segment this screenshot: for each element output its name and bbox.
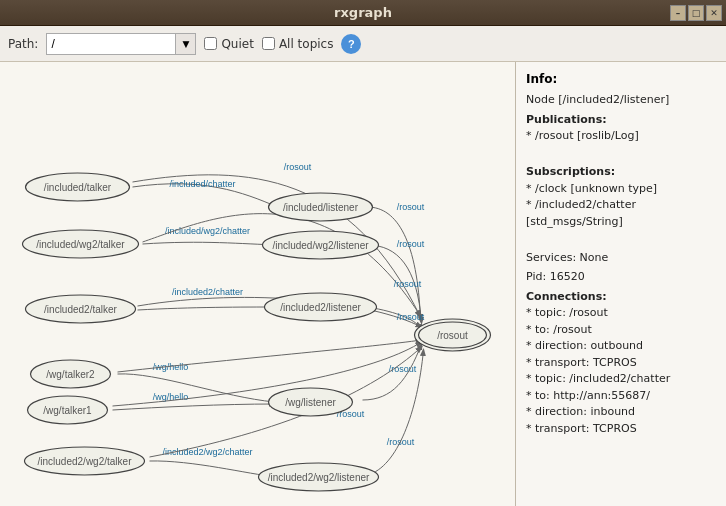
svg-text:/wg/hello: /wg/hello [153,362,189,372]
path-input[interactable] [46,33,176,55]
svg-text:/rosout: /rosout [284,162,312,172]
window-title: rxgraph [334,5,392,20]
svg-text:/included2/chatter: /included2/chatter [172,287,243,297]
svg-text:/rosout: /rosout [397,202,425,212]
svg-text:/included/listener: /included/listener [283,202,359,213]
svg-text:/rosout: /rosout [437,330,468,341]
subscriptions-section: Subscriptions: * /clock [unknown type] *… [526,164,716,230]
svg-text:/included2/listener: /included2/listener [280,302,361,313]
svg-text:/included/wg2/listener: /included/wg2/listener [272,240,369,251]
quiet-checkbox-wrap: Quiet [204,37,253,51]
sub-item-2: * /included2/chatter [std_msgs/String] [526,197,716,230]
svg-text:/rosout: /rosout [397,239,425,249]
svg-text:/included/wg2/talker: /included/wg2/talker [36,239,125,250]
pid-text: Pid: 16520 [526,270,585,283]
services-text: Services: None [526,251,608,264]
publications-section: Publications: * /rosout [roslib/Log] [526,112,716,145]
svg-text:/wg/listener: /wg/listener [285,397,336,408]
connections-section: Connections: * topic: /rosout * to: /ros… [526,289,716,438]
path-dropdown-button[interactable]: ▼ [176,33,196,55]
all-topics-checkbox-wrap: All topics [262,37,334,51]
pid-section: Pid: 16520 [526,269,716,286]
svg-text:/included2/talker: /included2/talker [44,304,117,315]
all-topics-label: All topics [279,37,334,51]
svg-text:/rosout: /rosout [394,279,422,289]
conn-7: * direction: inbound [526,404,716,421]
conn-1: * topic: /rosout [526,305,716,322]
main-area: /included/chatter /rosout /rosout /inclu… [0,62,726,506]
pub-item-1: * /rosout [roslib/Log] [526,128,716,145]
info-title: Info: [526,70,716,88]
conn-8: * transport: TCPROS [526,421,716,438]
title-bar: rxgraph – □ ✕ [0,0,726,26]
services-section: Services: None [526,250,716,267]
connections-head: Connections: [526,289,716,306]
help-button[interactable]: ? [341,34,361,54]
quiet-checkbox[interactable] [204,37,217,50]
graph-svg: /included/chatter /rosout /rosout /inclu… [0,62,515,506]
conn-2: * to: /rosout [526,322,716,339]
minimize-button[interactable]: – [670,5,686,21]
maximize-button[interactable]: □ [688,5,704,21]
path-input-wrap: ▼ [46,33,196,55]
svg-text:/included2/wg2/listener: /included2/wg2/listener [268,472,370,483]
all-topics-checkbox[interactable] [262,37,275,50]
conn-4: * transport: TCPROS [526,355,716,372]
publications-head: Publications: [526,112,716,129]
quiet-label: Quiet [221,37,253,51]
graph-area: /included/chatter /rosout /rosout /inclu… [0,62,516,506]
svg-text:/wg/talker1: /wg/talker1 [43,405,92,416]
sub-item-1: * /clock [unknown type] [526,181,716,198]
window-controls: – □ ✕ [670,5,722,21]
svg-text:/included/wg2/chatter: /included/wg2/chatter [165,226,250,236]
info-panel: Info: Node [/included2/listener] Publica… [516,62,726,506]
svg-text:/included2/wg2/talker: /included2/wg2/talker [38,456,133,467]
close-button[interactable]: ✕ [706,5,722,21]
info-node-text: Node [/included2/listener] [526,93,669,106]
info-node: Node [/included2/listener] [526,92,716,109]
svg-text:/rosout: /rosout [397,312,425,322]
svg-text:/included/chatter: /included/chatter [169,179,235,189]
path-label: Path: [8,37,38,51]
svg-text:/included/talker: /included/talker [44,182,112,193]
conn-3: * direction: outbound [526,338,716,355]
conn-5: * topic: /included2/chatter [526,371,716,388]
toolbar: Path: ▼ Quiet All topics ? [0,26,726,62]
subscriptions-head: Subscriptions: [526,164,716,181]
svg-text:/wg/talker2: /wg/talker2 [46,369,95,380]
conn-6: * to: http://ann:55687/ [526,388,716,405]
